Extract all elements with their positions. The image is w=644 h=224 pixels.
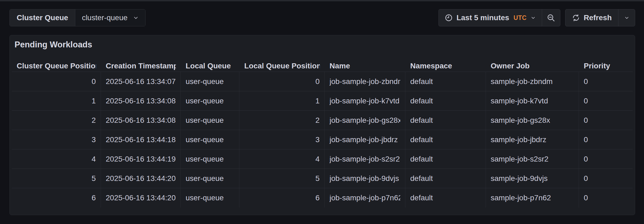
cell-value: default bbox=[410, 174, 433, 183]
table-row: 12025-06-16 13:34:08user-queue1job-sampl… bbox=[12, 91, 633, 111]
table-cell-creation-timestamp: 2025-06-16 13:44:18 bbox=[101, 130, 181, 149]
chevron-down-icon bbox=[133, 15, 139, 21]
cell-value: sample-job-jbdrz bbox=[491, 135, 546, 144]
refresh-interval-dropdown[interactable] bbox=[618, 9, 635, 26]
cell-value: sample-job-k7vtd bbox=[491, 97, 548, 105]
cell-value: default bbox=[410, 77, 433, 86]
table-cell-creation-timestamp: 2025-06-16 13:34:08 bbox=[101, 91, 181, 110]
table-cell-local-queue: user-queue bbox=[181, 130, 239, 149]
table-cell-cluster-queue-position: 1 bbox=[12, 91, 101, 110]
table-row: 02025-06-16 13:34:07user-queue0job-sampl… bbox=[12, 72, 633, 91]
cell-value: default bbox=[410, 97, 433, 105]
clock-icon bbox=[445, 14, 453, 22]
cell-value: default bbox=[410, 194, 433, 202]
variable-value-dropdown[interactable]: cluster-queue bbox=[75, 9, 145, 26]
cell-value: sample-job-gs28x bbox=[491, 116, 550, 125]
table-cell-local-queue-position: 6 bbox=[239, 188, 325, 208]
cell-value: 0 bbox=[584, 116, 588, 125]
cell-value: job-sample-job-9dvjs bbox=[330, 174, 399, 183]
table-cell-name: job-sample-job-p7n62 bbox=[325, 188, 405, 208]
chevron-down-icon bbox=[624, 15, 629, 20]
table-cell-owner-job: sample-job-gs28x bbox=[486, 111, 579, 130]
cell-value: 2025-06-16 13:44:20 bbox=[106, 174, 176, 183]
sync-icon bbox=[572, 14, 580, 22]
table-cell-namespace: default bbox=[405, 91, 486, 110]
magnifier-minus-icon bbox=[547, 13, 555, 22]
column-header-local-queue[interactable]: Local Queue bbox=[181, 60, 239, 72]
cell-value: 1 bbox=[315, 97, 320, 105]
table-cell-priority: 0 bbox=[579, 91, 633, 110]
column-header-label: Local Queue Position bbox=[244, 62, 320, 70]
cell-value: sample-job-s2sr2 bbox=[491, 155, 549, 163]
cell-value: 5 bbox=[91, 174, 96, 183]
cell-value: default bbox=[410, 135, 433, 144]
table-cell-local-queue-position: 3 bbox=[239, 130, 325, 149]
table-cell-priority: 0 bbox=[579, 149, 633, 169]
cell-value: 2025-06-16 13:44:19 bbox=[106, 155, 176, 163]
table-cell-cluster-queue-position: 3 bbox=[12, 130, 101, 149]
cell-value: default bbox=[410, 116, 433, 125]
time-picker-button[interactable]: Last 5 minutes UTC bbox=[439, 9, 542, 26]
refresh-button[interactable]: Refresh bbox=[565, 9, 618, 26]
cell-value: sample-job-p7n62 bbox=[491, 194, 551, 202]
table-cell-local-queue-position: 4 bbox=[239, 149, 325, 169]
panel-title[interactable]: Pending Workloads bbox=[10, 35, 99, 50]
column-header-label: Creation Timestamp bbox=[106, 62, 176, 70]
cell-value: job-sample-job-s2sr2 bbox=[330, 155, 400, 163]
cell-value: 1 bbox=[91, 97, 96, 105]
cell-value: 0 bbox=[584, 155, 588, 163]
cell-value: 0 bbox=[91, 77, 96, 86]
table-cell-creation-timestamp: 2025-06-16 13:44:20 bbox=[101, 169, 181, 188]
cell-value: job-sample-job-zbndm bbox=[330, 77, 400, 86]
column-header-name[interactable]: Name bbox=[325, 60, 405, 72]
cell-value: 0 bbox=[315, 77, 320, 86]
cell-value: 2 bbox=[91, 116, 96, 125]
table-cell-priority: 0 bbox=[579, 169, 633, 188]
cell-value: user-queue bbox=[186, 97, 224, 105]
column-header-local-queue-position[interactable]: Local Queue Position bbox=[239, 60, 325, 72]
table-cell-priority: 0 bbox=[579, 111, 633, 130]
cell-value: job-sample-job-k7vtd bbox=[330, 97, 399, 105]
cell-value: 3 bbox=[91, 135, 96, 144]
variable-control-cluster-queue: Cluster Queue cluster-queue bbox=[9, 9, 146, 26]
variable-label-text: Cluster Queue bbox=[17, 13, 68, 22]
column-header-creation-timestamp[interactable]: Creation Timestamp bbox=[101, 60, 181, 72]
table-cell-namespace: default bbox=[405, 188, 486, 208]
table-row: 62025-06-16 13:44:20user-queue6job-sampl… bbox=[12, 188, 633, 208]
table-cell-name: job-sample-job-k7vtd bbox=[325, 91, 405, 110]
table-cell-namespace: default bbox=[405, 149, 486, 169]
cell-value: 5 bbox=[315, 174, 320, 183]
column-header-cluster-queue-position[interactable]: Cluster Queue Position bbox=[12, 60, 101, 72]
table-cell-local-queue: user-queue bbox=[181, 91, 239, 110]
pending-workloads-panel: Pending Workloads Cluster Queue Position… bbox=[9, 35, 635, 215]
cell-value: job-sample-job-p7n62 bbox=[330, 194, 400, 202]
table-cell-owner-job: sample-job-p7n62 bbox=[486, 188, 579, 208]
table-cell-owner-job: sample-job-k7vtd bbox=[486, 91, 579, 110]
table-cell-cluster-queue-position: 0 bbox=[12, 72, 101, 91]
table-cell-priority: 0 bbox=[579, 130, 633, 149]
top-nav-edge bbox=[0, 0, 644, 1]
cell-value: user-queue bbox=[186, 135, 224, 144]
table-header-row: Cluster Queue PositionCreation Timestamp… bbox=[12, 60, 633, 72]
cell-value: 0 bbox=[584, 174, 588, 183]
table-cell-local-queue-position: 0 bbox=[239, 72, 325, 91]
cell-value: 4 bbox=[315, 155, 320, 163]
table-cell-priority: 0 bbox=[579, 72, 633, 91]
cell-value: 0 bbox=[584, 77, 588, 86]
cell-value: sample-job-9dvjs bbox=[491, 174, 548, 183]
table-cell-namespace: default bbox=[405, 130, 486, 149]
column-header-priority[interactable]: Priority bbox=[579, 60, 633, 72]
cell-value: user-queue bbox=[186, 174, 224, 183]
refresh-group: Refresh bbox=[565, 9, 635, 26]
column-header-label: Name bbox=[330, 62, 350, 70]
time-range-zoom-out-button[interactable] bbox=[542, 9, 560, 26]
cell-value: user-queue bbox=[186, 116, 224, 125]
cell-value: 2025-06-16 13:44:18 bbox=[106, 135, 176, 144]
table-cell-local-queue-position: 5 bbox=[239, 169, 325, 188]
column-header-namespace[interactable]: Namespace bbox=[405, 60, 486, 72]
column-header-owner-job[interactable]: Owner Job bbox=[486, 60, 579, 72]
table-cell-namespace: default bbox=[405, 169, 486, 188]
table-cell-owner-job: sample-job-zbndm bbox=[486, 72, 579, 91]
cell-value: user-queue bbox=[186, 155, 224, 163]
table-cell-priority: 0 bbox=[579, 188, 633, 208]
